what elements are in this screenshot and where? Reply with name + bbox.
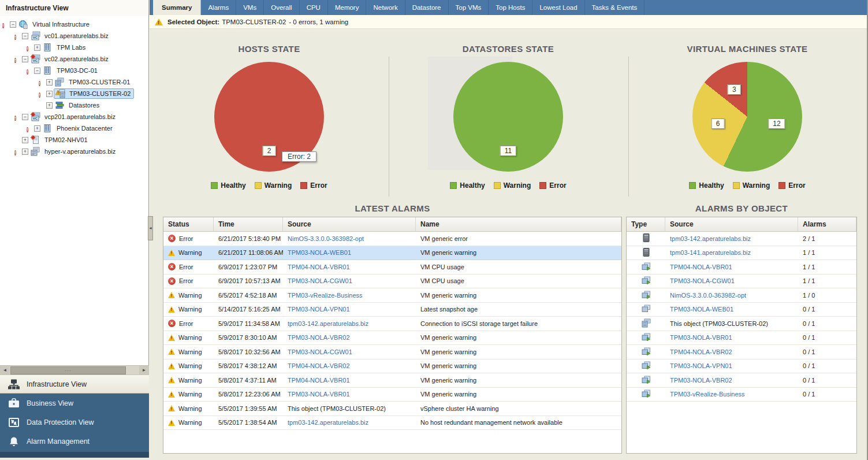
object-source-link[interactable]: TPM04-NOLA-VBR01 bbox=[670, 264, 732, 270]
tree-item-vc01-aperaturelabs-biz[interactable]: !−VCvc01.aperaturelabs.biz bbox=[0, 30, 148, 42]
table-row[interactable]: Warning5/5/2017 1:39:55 AMThis object (T… bbox=[163, 402, 621, 416]
table-row[interactable]: TPM03-NOLA-WEB010 / 1 bbox=[627, 303, 856, 317]
alarm-source-link[interactable]: TPM04-NOLA-VBR01 bbox=[288, 377, 350, 384]
collapse-icon[interactable]: − bbox=[22, 114, 28, 120]
pie-virtual-machines-state[interactable] bbox=[692, 62, 802, 172]
tree-item-datastores[interactable]: +Datastores bbox=[0, 99, 148, 111]
object-source-link[interactable]: NimOS-3.3.0.0-363982-opt bbox=[670, 292, 746, 299]
table-row[interactable]: Warning5/8/2017 12:23:06 AMTPM03-NOLA-VB… bbox=[163, 388, 621, 402]
nav-item-alarm-management[interactable]: Alarm Management bbox=[0, 432, 149, 451]
tab-top-hosts[interactable]: Top Hosts bbox=[489, 0, 532, 15]
tree-item-vcp201-aperaturelabs-biz[interactable]: !−VCvcp201.aperaturelabs.biz bbox=[0, 111, 148, 123]
tab-alarms[interactable]: Alarms bbox=[201, 0, 236, 15]
column-header-type[interactable]: Type bbox=[627, 217, 665, 231]
table-row[interactable]: TPM04-NOLA-VBR011 / 1 bbox=[627, 260, 856, 274]
tree-item-tpm03-cluster-01[interactable]: !+TPM03-CLUSTER-01 bbox=[0, 76, 148, 88]
tree-item-tpm-labs[interactable]: !+TPM Labs bbox=[0, 42, 148, 53]
tree-item-vc02-aperaturelabs-biz[interactable]: !−VCvc02.aperaturelabs.biz bbox=[0, 53, 148, 65]
table-row[interactable]: Warning5/9/2017 8:30:10 AMTPM03-NOLA-VBR… bbox=[163, 331, 621, 346]
tab-cpu[interactable]: CPU bbox=[300, 0, 328, 15]
alarm-source-link[interactable]: TPM03-vRealize-Business bbox=[288, 292, 363, 299]
tab-top-vms[interactable]: Top VMs bbox=[449, 0, 489, 15]
alarm-source-link[interactable]: tpm03-142.aperaturelabs.biz bbox=[288, 320, 368, 327]
alarm-source-link[interactable]: TPM04-NOLA-VBR02 bbox=[288, 362, 350, 369]
tree-item-virtual-infrastructure[interactable]: !−Virtual Infrastructure bbox=[0, 18, 148, 30]
column-header-source[interactable]: Source bbox=[283, 217, 416, 231]
collapse-icon[interactable]: − bbox=[22, 33, 28, 39]
alarm-source-link[interactable]: TPM03-NOLA-CGW01 bbox=[288, 277, 352, 284]
alarm-source-link[interactable]: TPM03-NOLA-VBR01 bbox=[288, 391, 350, 398]
scroll-right-button[interactable]: ► bbox=[139, 366, 149, 375]
collapse-icon[interactable]: − bbox=[34, 68, 40, 74]
table-row[interactable]: This object (TPM03-CLUSTER-02)0 / 1 bbox=[627, 317, 856, 331]
table-row[interactable]: TPM03-vRealize-Business0 / 1 bbox=[627, 388, 856, 402]
object-source-link[interactable]: tpm03-141.aperaturelabs.biz bbox=[670, 249, 751, 256]
table-row[interactable]: TPM03-NOLA-CGW011 / 1 bbox=[627, 274, 856, 289]
expand-icon[interactable]: + bbox=[46, 102, 53, 109]
nav-item-business-view[interactable]: Business View bbox=[0, 394, 149, 413]
table-row[interactable]: TPM03-NOLA-VBR010 / 1 bbox=[627, 331, 856, 346]
tree-item-tpm02-nhv01[interactable]: +TPM02-NHV01 bbox=[0, 134, 148, 146]
tree-item-tpm03-cluster-02[interactable]: !+!TPM03-CLUSTER-02 bbox=[0, 88, 148, 99]
tab-summary[interactable]: Summary bbox=[153, 0, 201, 15]
alarm-source-link[interactable]: TPM04-NOLA-VBR01 bbox=[288, 264, 350, 270]
alarm-source-link[interactable]: TPM03-NOLA-WEB01 bbox=[288, 249, 351, 256]
tab-vms[interactable]: VMs bbox=[236, 0, 264, 15]
object-source-link[interactable]: TPM04-NOLA-VBR02 bbox=[670, 348, 732, 355]
column-header-name[interactable]: Name bbox=[416, 217, 621, 231]
object-source-link[interactable]: tpm03-142.aperaturelabs.biz bbox=[670, 235, 751, 242]
tab-tasks-events[interactable]: Tasks & Events bbox=[585, 0, 645, 15]
table-row[interactable]: TPM03-NOLA-VPN010 / 1 bbox=[627, 359, 856, 374]
scrollbar-thumb[interactable]: ··· bbox=[10, 366, 126, 374]
table-row[interactable]: ×Error5/9/2017 11:34:58 AMtpm03-142.aper… bbox=[163, 317, 621, 331]
tab-memory[interactable]: Memory bbox=[328, 0, 367, 15]
panel-collapse-handle[interactable]: ◄ bbox=[148, 216, 153, 240]
object-source-link[interactable]: TPM03-vRealize-Business bbox=[670, 391, 745, 398]
column-header-source[interactable]: Source bbox=[665, 217, 798, 231]
tree-item-phoenix-datacenter[interactable]: !+Phoenix Datacenter bbox=[0, 123, 148, 134]
expand-icon[interactable]: + bbox=[34, 44, 40, 51]
nav-item-data-protection-view[interactable]: Data Protection View bbox=[0, 413, 149, 432]
tab-lowest-load[interactable]: Lowest Load bbox=[532, 0, 584, 15]
table-row[interactable]: ×Error6/21/2017 5:18:40 PMNimOS-3.3.0.0-… bbox=[163, 232, 621, 246]
table-row[interactable]: Warning6/21/2017 11:08:06 AMTPM03-NOLA-W… bbox=[163, 246, 621, 261]
expand-icon[interactable]: + bbox=[46, 79, 53, 86]
column-header-time[interactable]: Time bbox=[214, 217, 283, 231]
object-source-link[interactable]: TPM03-NOLA-VBR02 bbox=[670, 377, 732, 384]
table-row[interactable]: TPM03-NOLA-VBR020 / 1 bbox=[627, 373, 856, 388]
table-row[interactable]: Warning5/5/2017 1:38:54 AMtpm03-142.aper… bbox=[163, 416, 621, 431]
alarm-source-link[interactable]: NimOS-3.3.0.0-363982-opt bbox=[288, 235, 364, 242]
collapse-icon[interactable]: − bbox=[10, 21, 16, 28]
expand-icon[interactable]: + bbox=[22, 137, 28, 143]
alarm-source-link[interactable]: TPM03-NOLA-VBR02 bbox=[288, 334, 350, 341]
tree-item-tpm03-dc-01[interactable]: !−TPM03-DC-01 bbox=[0, 65, 148, 76]
column-header-status[interactable]: Status bbox=[163, 217, 214, 231]
tab-overall[interactable]: Overall bbox=[264, 0, 299, 15]
table-row[interactable]: Warning5/8/2017 4:37:11 AMTPM04-NOLA-VBR… bbox=[163, 373, 621, 388]
object-source-link[interactable]: TPM03-NOLA-CGW01 bbox=[670, 277, 735, 284]
alarm-source-link[interactable]: tpm03-142.aperaturelabs.biz bbox=[288, 419, 368, 426]
scroll-left-button[interactable]: ◄ bbox=[0, 366, 10, 375]
table-row[interactable]: ×Error6/9/2017 1:23:07 PMTPM04-NOLA-VBR0… bbox=[163, 260, 621, 274]
table-row[interactable]: NimOS-3.3.0.0-363982-opt1 / 0 bbox=[627, 288, 856, 303]
tree-item-hyper-v-aperaturelabs-biz[interactable]: !+hyper-v.aperaturelabs.biz bbox=[0, 146, 148, 157]
table-row[interactable]: tpm03-142.aperaturelabs.biz2 / 1 bbox=[627, 232, 856, 246]
table-row[interactable]: Warning5/14/2017 5:16:25 AMTPM03-NOLA-VP… bbox=[163, 303, 621, 317]
expand-icon[interactable]: + bbox=[34, 125, 40, 132]
tree-horizontal-scrollbar[interactable]: ◄ ··· ► bbox=[0, 365, 149, 374]
nav-item-infrastructure-view[interactable]: Infrastructure View bbox=[0, 374, 149, 394]
object-source-link[interactable]: TPM03-NOLA-VBR01 bbox=[670, 334, 732, 341]
tab-network[interactable]: Network bbox=[366, 0, 405, 15]
collapse-icon[interactable]: − bbox=[22, 56, 28, 62]
table-row[interactable]: Warning5/8/2017 4:38:12 AMTPM04-NOLA-VBR… bbox=[163, 359, 621, 374]
table-row[interactable]: tpm03-141.aperaturelabs.biz1 / 1 bbox=[627, 246, 856, 261]
alarm-source-link[interactable]: TPM03-NOLA-CGW01 bbox=[288, 348, 352, 355]
expand-icon[interactable]: + bbox=[22, 149, 28, 155]
table-row[interactable]: Warning5/8/2017 10:32:56 AMTPM03-NOLA-CG… bbox=[163, 345, 621, 359]
object-source-link[interactable]: TPM03-NOLA-WEB01 bbox=[670, 306, 733, 313]
object-source-link[interactable]: TPM03-NOLA-VPN01 bbox=[670, 362, 732, 369]
table-row[interactable]: ×Error6/9/2017 10:57:13 AMTPM03-NOLA-CGW… bbox=[163, 274, 621, 289]
alarm-source-link[interactable]: TPM03-NOLA-VPN01 bbox=[288, 306, 350, 313]
table-row[interactable]: TPM04-NOLA-VBR020 / 1 bbox=[627, 345, 856, 359]
tab-datastore[interactable]: Datastore bbox=[405, 0, 449, 15]
